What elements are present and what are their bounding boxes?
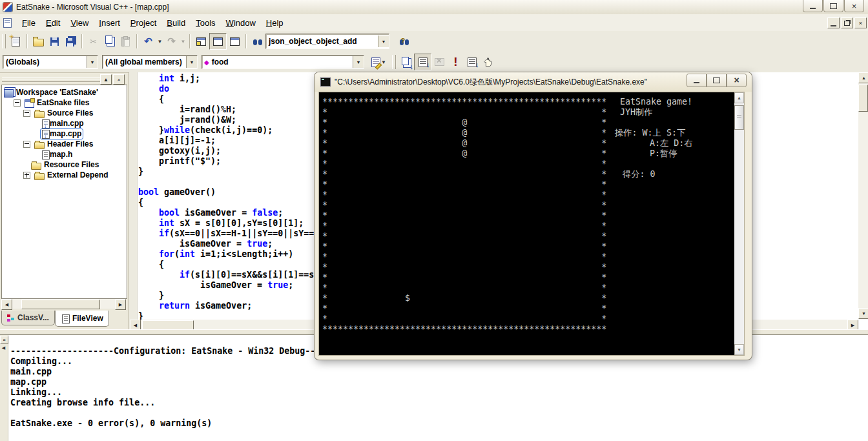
console-window[interactable]: "C:\Users\Administrator\Desktop\VC6.0绿色版… <box>315 72 752 360</box>
tree-item[interactable]: map.cpp <box>2 128 127 139</box>
find-in-files-button[interactable] <box>249 34 265 49</box>
menu-insert[interactable]: Insert <box>94 15 125 30</box>
redo-button[interactable]: ↷ <box>163 34 180 49</box>
members-value[interactable]: (All global members) <box>103 57 186 67</box>
tab-fileview[interactable]: FileView <box>55 311 109 327</box>
console-screen[interactable]: ****************************************… <box>319 92 734 355</box>
search-button[interactable]: ? <box>396 34 412 49</box>
console-minimize-button[interactable] <box>687 74 707 87</box>
workspace-toggle-button[interactable] <box>193 34 209 49</box>
toolbar-gripper[interactable] <box>392 55 396 69</box>
globals-dropdown[interactable]: ▼ <box>87 56 98 68</box>
scroll-left-arrow[interactable]: ◀ <box>1 299 12 310</box>
minimize-button[interactable] <box>803 0 823 12</box>
function-combobox[interactable]: ◆ food ▼ <box>202 55 364 69</box>
scrollbar-thumb[interactable] <box>142 320 194 330</box>
menu-help[interactable]: Help <box>261 15 289 30</box>
menu-view[interactable]: View <box>65 15 94 30</box>
app-icon <box>3 3 12 12</box>
globals-value[interactable]: (Globals) <box>3 57 87 67</box>
menu-build[interactable]: Build <box>161 15 191 30</box>
console-titlebar[interactable]: "C:\Users\Administrator\Desktop\VC6.0绿色版… <box>315 72 752 92</box>
save-all-button[interactable] <box>63 34 79 49</box>
editor-vscrollbar[interactable]: ▲ ▼ <box>858 72 868 319</box>
workspace-pin-button[interactable]: ▲ <box>100 74 112 85</box>
restore-button[interactable] <box>823 0 843 12</box>
code-text[interactable]: int i,j; do { i=rand()%H; j=rand()&W; }w… <box>138 74 314 322</box>
new-file-button[interactable] <box>8 34 24 49</box>
build-button[interactable] <box>414 54 431 70</box>
tree-item-label: Workspace 'EatSnake' <box>16 88 98 97</box>
scroll-right-arrow[interactable]: ▶ <box>115 299 126 310</box>
code-line: a[i][j]=-1; <box>138 136 314 146</box>
toolbar-gripper[interactable] <box>2 34 6 48</box>
tree-item[interactable]: map.h <box>2 149 127 159</box>
mdi-restore-button[interactable] <box>841 17 853 28</box>
output-scroll-left-arrow[interactable]: ◀ <box>0 344 7 351</box>
tree-item[interactable]: main.cpp <box>2 118 127 128</box>
menu-project[interactable]: Project <box>125 15 161 30</box>
function-dropdown[interactable]: ▼ <box>353 56 364 68</box>
tree-item[interactable]: Source Files <box>2 108 127 118</box>
workspace-close-button[interactable]: × <box>113 74 125 85</box>
tree-item[interactable]: Header Files <box>2 139 127 149</box>
redo-dropdown[interactable]: ▼ <box>180 39 187 45</box>
menu-edit[interactable]: Edit <box>41 15 65 30</box>
members-combobox[interactable]: (All global members) ▼ <box>102 55 198 69</box>
open-file-button[interactable] <box>30 34 46 49</box>
paste-button[interactable] <box>118 34 134 49</box>
find-combobox[interactable]: json_object_object_add ▼ <box>265 34 389 49</box>
compile-button[interactable]: ↓ <box>398 54 414 70</box>
mdi-close-button[interactable]: × <box>854 17 867 28</box>
menu-tools[interactable]: Tools <box>191 15 220 30</box>
scroll-down-arrow[interactable]: ▼ <box>734 344 744 355</box>
close-button[interactable]: × <box>844 0 864 12</box>
function-value[interactable]: food <box>209 57 353 67</box>
mdi-minimize-button[interactable] <box>827 17 840 28</box>
toggle-breakpoint-button[interactable] <box>480 54 496 70</box>
document-system-icon[interactable] <box>3 18 12 28</box>
menu-file[interactable]: File <box>17 15 41 30</box>
window-list-button[interactable] <box>227 34 243 49</box>
undo-button[interactable]: ↶ <box>140 34 156 49</box>
find-combobox-dropdown[interactable]: ▼ <box>378 36 389 47</box>
scroll-down-arrow[interactable]: ▼ <box>858 308 868 319</box>
console-close-button[interactable]: × <box>727 74 747 87</box>
workspace-hscrollbar[interactable]: ◀ ▶ <box>1 299 126 309</box>
console-maximize-button[interactable] <box>707 74 727 87</box>
cut-button[interactable]: ✂ <box>85 34 101 49</box>
code-line: printf("$"); <box>138 156 314 167</box>
menu-window[interactable]: Window <box>221 15 261 30</box>
execute-program-button[interactable]: ! <box>448 54 464 70</box>
undo-dropdown[interactable]: ▼ <box>156 39 163 45</box>
tree-expander[interactable] <box>23 172 30 179</box>
console-scrollbar[interactable]: ▲ ▼ <box>734 92 744 355</box>
go-button[interactable] <box>464 54 480 70</box>
stop-build-button[interactable] <box>431 54 448 70</box>
tree-item[interactable]: EatSnake files <box>2 97 127 108</box>
wizard-actions-button[interactable]: ▼ <box>368 54 390 70</box>
scroll-up-arrow[interactable]: ▲ <box>734 92 744 103</box>
globals-combobox[interactable]: (Globals) ▼ <box>3 55 98 69</box>
output-close-button[interactable]: × <box>0 336 8 344</box>
build-icon <box>418 57 428 67</box>
tree-expander[interactable] <box>14 99 21 107</box>
tree-expander[interactable] <box>23 141 30 148</box>
output-toggle-button[interactable] <box>209 33 227 50</box>
save-button[interactable] <box>46 34 63 49</box>
find-combobox-value[interactable]: json_object_object_add <box>266 37 378 46</box>
scrollbar-thumb[interactable] <box>21 300 100 309</box>
copy-button[interactable] <box>101 34 118 49</box>
titlebar[interactable]: EatSnake - Microsoft Visual C++ - [map.c… <box>0 0 868 15</box>
members-dropdown[interactable]: ▼ <box>186 56 197 68</box>
tree-expander[interactable] <box>23 110 30 117</box>
output-gripper[interactable]: × ◀ <box>0 335 8 441</box>
tree-item[interactable]: Workspace 'EatSnake' <box>2 87 127 97</box>
tree-item[interactable]: Resource Files <box>2 159 127 170</box>
tab-classv[interactable]: ClassV... <box>1 311 55 325</box>
scrollbar-thumb[interactable] <box>858 85 868 112</box>
scroll-up-arrow[interactable]: ▲ <box>858 72 868 83</box>
tree-item[interactable]: External Depend <box>2 170 127 180</box>
workspace-panel-gripper[interactable]: ▲ × <box>0 73 127 85</box>
scrollbar-thumb[interactable] <box>734 105 744 130</box>
